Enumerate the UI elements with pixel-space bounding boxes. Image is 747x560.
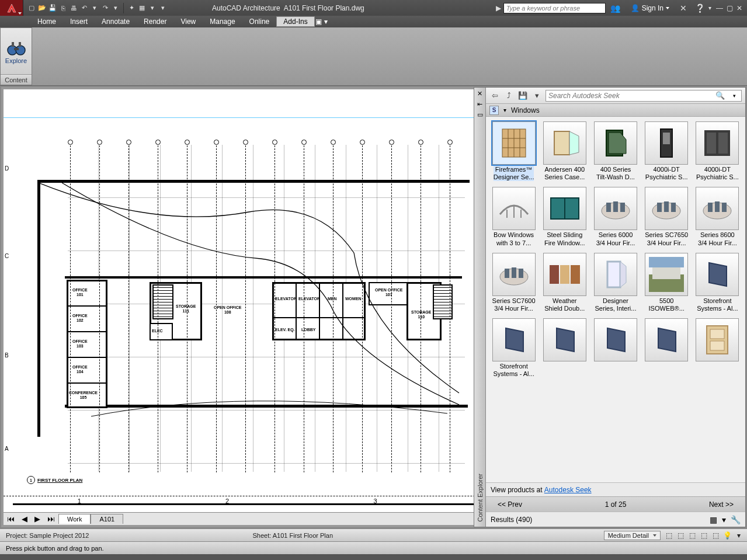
tray-icon[interactable]: ⬚: [676, 531, 685, 540]
layout-tab[interactable]: Work: [58, 514, 91, 524]
save-icon[interactable]: 💾: [48, 4, 57, 13]
project-label: Project: Sample Project 2012: [0, 532, 95, 539]
result-item[interactable]: 400 SeriesTilt-Wash D...: [592, 121, 638, 181]
subscription-icon[interactable]: 👥: [610, 4, 620, 13]
help-icon[interactable]: ❔: [695, 4, 705, 13]
undo-icon[interactable]: ↶: [79, 4, 89, 13]
result-item[interactable]: Bow Windowswith 3 to 7...: [491, 187, 537, 246]
print-icon[interactable]: 🖶: [69, 4, 78, 13]
tray-icon[interactable]: ⬚: [711, 531, 720, 540]
svg-rect-48: [649, 257, 684, 267]
search-exec-icon[interactable]: ▶: [496, 4, 501, 12]
seek-link[interactable]: Autodesk Seek: [544, 486, 592, 494]
next-button[interactable]: Next >>: [709, 500, 734, 509]
tab-left-icon[interactable]: ◀: [18, 514, 31, 523]
view-title: 1 FIRST FLOOR PLAN: [27, 476, 82, 484]
help-dd-icon[interactable]: ▾: [708, 5, 711, 11]
back-icon[interactable]: ⇦: [489, 91, 500, 101]
tab-manage[interactable]: Manage: [203, 16, 242, 27]
result-item[interactable]: Series SC76003/4 Hour Fir...: [491, 253, 537, 312]
result-caption: Bow Windowswith 3 to 7...: [494, 231, 534, 246]
undo-dd-icon[interactable]: ▾: [90, 4, 99, 13]
tool-a-icon[interactable]: ✦: [127, 4, 136, 13]
result-item[interactable]: 5500ISOWEB®...: [644, 253, 690, 312]
result-item[interactable]: Series 86003/4 Hour Fir...: [694, 187, 741, 246]
panel-close-icon[interactable]: ✕: [476, 90, 484, 98]
panel-menu-icon[interactable]: ▭: [476, 111, 484, 119]
result-thumb: [492, 253, 536, 296]
tool-b-icon[interactable]: ▦: [137, 4, 147, 13]
explore-button[interactable]: Explore: [1, 28, 32, 74]
tab-view[interactable]: View: [173, 16, 203, 27]
result-item[interactable]: [694, 318, 741, 378]
save-dd-icon[interactable]: ▾: [531, 91, 542, 101]
detail-level-dropdown[interactable]: Medium Detail: [604, 531, 661, 540]
tab-right-icon[interactable]: ▶: [31, 514, 44, 523]
tab-annotate[interactable]: Annotate: [95, 16, 137, 27]
result-item[interactable]: 4000i-DTPsychiatric S...: [694, 121, 741, 181]
up-icon[interactable]: ⤴: [503, 91, 514, 101]
layout-tab[interactable]: A101: [91, 514, 123, 524]
tray-icon[interactable]: 💡: [722, 531, 732, 540]
search-icon[interactable]: 🔍: [713, 91, 727, 100]
result-item[interactable]: Series SC76503/4 Hour Fir...: [644, 187, 690, 246]
tab-prev-icon[interactable]: ⏮: [4, 514, 18, 523]
result-item[interactable]: [592, 318, 638, 378]
tab-home[interactable]: Home: [30, 16, 63, 27]
tab-last-icon[interactable]: ⏭: [44, 514, 58, 523]
new-icon[interactable]: ▢: [27, 4, 36, 13]
exchange-icon[interactable]: ✕: [680, 4, 687, 13]
open-icon[interactable]: 📂: [37, 4, 47, 13]
result-item[interactable]: DesignerSeries, Interi...: [592, 253, 638, 312]
tab-online[interactable]: Online: [242, 16, 277, 27]
svg-rect-3: [19, 42, 21, 47]
close-icon[interactable]: ✕: [736, 4, 742, 12]
redo-icon[interactable]: ↷: [100, 4, 110, 13]
result-item[interactable]: StorefrontSystems - Al...: [694, 253, 741, 312]
tool-b-dd-icon[interactable]: ▾: [148, 4, 157, 13]
result-item[interactable]: [644, 318, 690, 378]
app-menu-button[interactable]: [0, 0, 23, 16]
tray-icon[interactable]: ⬚: [687, 531, 697, 540]
saveas-icon[interactable]: ⎘: [58, 4, 68, 13]
result-item[interactable]: Series 60003/4 Hour Fir...: [592, 187, 638, 246]
view-dd-icon[interactable]: ▾: [722, 515, 726, 524]
result-item[interactable]: Fireframes™Designer Se...: [491, 121, 537, 181]
tab-render[interactable]: Render: [137, 16, 173, 27]
result-item[interactable]: WeatherShield Doub...: [541, 253, 588, 312]
qat-dd-icon[interactable]: ▾: [158, 4, 168, 13]
result-thumb: [594, 318, 637, 361]
tab-extra-icon[interactable]: ▣ ▾: [315, 18, 329, 26]
svg-marker-14: [609, 133, 626, 154]
result-thumb: [492, 187, 536, 230]
panel-pin-icon[interactable]: ⇤: [476, 100, 484, 109]
cat-dd-icon[interactable]: ▾: [503, 107, 506, 113]
settings-icon[interactable]: 🔧: [731, 515, 741, 524]
result-item[interactable]: 4000i-DTPsychiatric S...: [644, 121, 690, 181]
help-search-input[interactable]: [503, 3, 606, 13]
save-icon[interactable]: 💾: [517, 91, 528, 101]
result-item[interactable]: [541, 318, 588, 378]
panel-handle[interactable]: ✕ ⇤ ▭ Content Explorer: [474, 88, 486, 527]
result-caption: Series 86003/4 Hour Fir...: [698, 231, 737, 246]
signin-button[interactable]: 👤 Sign In: [631, 4, 669, 12]
seek-logo-icon[interactable]: S: [489, 106, 499, 115]
result-item[interactable]: StorefrontSystems - Al...: [491, 318, 537, 378]
svg-marker-45: [620, 262, 626, 287]
results-count: Results (490): [491, 516, 532, 524]
search-dd-icon[interactable]: ▾: [727, 93, 741, 99]
maximize-icon[interactable]: ▢: [727, 4, 733, 12]
svg-rect-38: [505, 269, 509, 278]
tray-dd-icon[interactable]: ▾: [734, 531, 743, 540]
tray-icon[interactable]: ⬚: [699, 531, 708, 540]
seek-search-input[interactable]: [546, 92, 713, 100]
view-mode-icon[interactable]: ▦: [710, 515, 717, 524]
result-item[interactable]: Andersen 400Series Case...: [541, 121, 588, 181]
tray-icon[interactable]: ⬚: [664, 531, 673, 540]
prev-button[interactable]: << Prev: [498, 500, 522, 509]
redo-dd-icon[interactable]: ▾: [111, 4, 120, 13]
result-item[interactable]: Steel SlidingFire Window...: [541, 187, 588, 246]
minimize-icon[interactable]: —: [716, 4, 723, 12]
tab-addins[interactable]: Add-Ins: [276, 16, 314, 27]
tab-insert[interactable]: Insert: [63, 16, 95, 27]
